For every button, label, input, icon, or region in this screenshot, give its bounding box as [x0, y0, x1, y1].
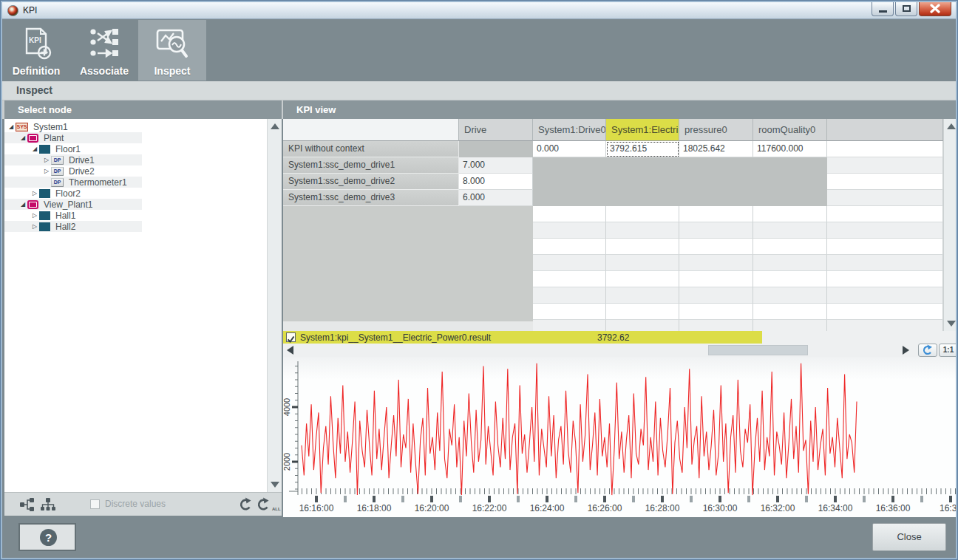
kpi-table: DriveSystem1:Drive0System1:Electripressu…	[283, 119, 958, 331]
undo-all-icon[interactable]	[256, 497, 271, 515]
scroll-right-icon[interactable]	[903, 346, 909, 355]
scroll-down-icon[interactable]	[947, 321, 956, 327]
tree-item-drive2[interactable]: ▷DPDrive2	[4, 165, 266, 177]
table-cell[interactable]	[533, 190, 606, 206]
column-header-system1-electri[interactable]: System1:Electri	[606, 119, 679, 141]
app-icon	[7, 5, 18, 16]
table-cell[interactable]	[753, 190, 827, 206]
tree-item-system1[interactable]: ◢SYSSystem1	[4, 121, 266, 132]
table-cell-empty	[606, 304, 679, 320]
signal-polyline	[302, 363, 857, 495]
tree-item-hall2[interactable]: ▷Hall2	[4, 221, 266, 232]
expander-icon[interactable]: ◢	[7, 123, 16, 130]
tree-horizontal-layout-icon[interactable]	[19, 498, 35, 514]
tree-vertical-layout-icon[interactable]	[40, 498, 56, 514]
table-cell[interactable]: 8.000	[459, 174, 533, 190]
column-header-pressure0[interactable]: pressure0	[679, 119, 753, 141]
row-label[interactable]: System1:ssc_demo_drive2	[283, 174, 459, 190]
table-cell[interactable]	[827, 174, 943, 190]
x-axis-minute-tick	[718, 496, 721, 502]
window-close-button[interactable]	[919, 2, 951, 16]
tree-item-thermometer1[interactable]: DPThermometer1	[4, 177, 266, 188]
inspect-button[interactable]: Inspect	[138, 20, 206, 81]
definition-button[interactable]: KPI Definition	[2, 20, 70, 81]
scroll-up-icon[interactable]	[947, 123, 956, 129]
tree-item-hall1[interactable]: ▷Hall1	[4, 210, 266, 221]
column-header-roomquality0[interactable]: roomQuality0	[753, 119, 827, 141]
table-cell[interactable]	[679, 190, 753, 206]
tree-item-plant[interactable]: ◢Plant	[4, 132, 266, 143]
discrete-values-checkbox[interactable]	[90, 499, 100, 509]
tree-item-drive1[interactable]: ▷DPDrive1	[4, 154, 266, 165]
table-cell[interactable]	[827, 190, 943, 206]
minimize-button[interactable]	[872, 2, 894, 16]
table-cell[interactable]	[753, 174, 827, 190]
kpi-document-plus-icon: KPI	[2, 24, 70, 64]
x-axis-minute-tick	[949, 496, 952, 502]
expander-icon[interactable]: ▷	[30, 212, 39, 219]
scroll-left-icon[interactable]	[287, 346, 293, 355]
close-button[interactable]: Close	[872, 523, 946, 551]
undo-icon[interactable]	[238, 497, 253, 515]
table-cell[interactable]	[606, 157, 679, 174]
table-cell[interactable]	[606, 174, 679, 190]
row-label[interactable]: KPI without context	[283, 141, 459, 157]
tree-item-floor1[interactable]: ◢Floor1	[4, 143, 266, 154]
x-axis-minute-tick	[517, 496, 520, 502]
trend-chart[interactable]: 2000400016:16:0016:18:0016:20:0016:22:00…	[283, 357, 958, 517]
expander-icon[interactable]: ◢	[30, 146, 39, 152]
column-header-drive[interactable]: Drive	[459, 119, 533, 141]
row-label[interactable]: System1:ssc_demo_drive3	[283, 190, 459, 206]
table-cell-empty	[827, 206, 943, 222]
expander-icon[interactable]: ◢	[18, 201, 27, 208]
scroll-up-icon[interactable]	[271, 123, 279, 129]
expander-icon[interactable]: ▷	[30, 190, 39, 197]
tree-item-floor2[interactable]: ▷Floor2	[4, 188, 266, 199]
tree-item-label: Thermometer1	[69, 177, 127, 188]
table-cell[interactable]: 3792.615	[606, 141, 679, 157]
table-cell[interactable]: 117600.000	[753, 141, 827, 157]
table-cell[interactable]	[533, 157, 606, 174]
tree-item-view_plant1[interactable]: ◢View_Plant1	[4, 199, 266, 210]
column-header-system1-drive0[interactable]: System1:Drive0	[533, 119, 606, 141]
tree-scrollbar[interactable]	[267, 119, 282, 492]
expander-icon[interactable]: ▷	[30, 223, 39, 230]
result-checkbox[interactable]	[286, 332, 296, 342]
table-cell[interactable]	[827, 141, 943, 157]
maximize-button[interactable]	[895, 2, 917, 16]
table-cell[interactable]	[533, 174, 606, 190]
table-cell[interactable]	[827, 157, 943, 174]
chart-hscrollbar[interactable]: 1:1	[283, 344, 958, 357]
column-header[interactable]	[827, 119, 943, 141]
help-button[interactable]: ?	[18, 523, 76, 551]
expander-icon[interactable]: ▷	[42, 157, 51, 163]
x-axis-minute-tick	[488, 496, 491, 502]
table-cell[interactable]	[753, 157, 827, 174]
expander-icon[interactable]: ▷	[42, 168, 51, 174]
table-cell[interactable]	[459, 141, 533, 157]
one-to-one-button[interactable]: 1:1	[939, 344, 958, 357]
window-title: KPI	[23, 5, 37, 16]
table-cell[interactable]: 18025.642	[679, 141, 753, 157]
discrete-values-label: Discrete values	[105, 499, 166, 509]
table-cell-empty	[753, 271, 827, 287]
x-axis-minute-tick	[344, 496, 347, 502]
scrollbar-thumb[interactable]	[708, 345, 808, 355]
scroll-down-icon[interactable]	[271, 482, 279, 488]
table-cell[interactable]	[606, 190, 679, 206]
table-cell[interactable]	[679, 174, 753, 190]
row-label[interactable]: System1:ssc_demo_drive1	[283, 157, 459, 174]
table-scrollbar[interactable]	[943, 119, 958, 331]
column-header[interactable]	[283, 119, 459, 141]
table-cell[interactable]: 6.000	[459, 190, 533, 206]
expander-icon[interactable]: ◢	[18, 134, 27, 141]
table-cell-empty	[753, 239, 827, 255]
table-cell[interactable]	[679, 157, 753, 174]
y-axis-tick-label: 4000	[283, 398, 291, 416]
reset-zoom-button[interactable]	[918, 344, 937, 357]
table-cell-empty	[533, 206, 606, 222]
table-cell[interactable]: 7.000	[459, 157, 533, 174]
associate-button[interactable]: Associate	[70, 20, 138, 81]
table-cell[interactable]: 0.000	[533, 141, 606, 157]
table-cell-empty	[679, 287, 753, 304]
